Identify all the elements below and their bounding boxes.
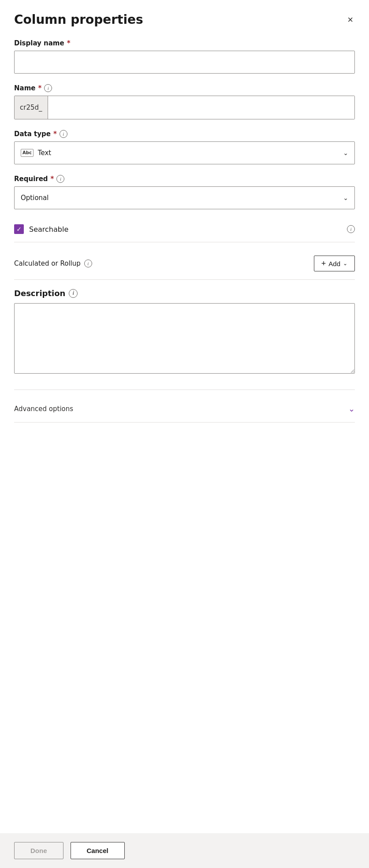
required-group: Required * i Optional ⌄ bbox=[14, 175, 355, 209]
searchable-label: Searchable bbox=[29, 225, 342, 234]
add-label: Add bbox=[328, 260, 340, 267]
name-info-icon[interactable]: i bbox=[44, 84, 52, 92]
panel-header: Column properties × bbox=[0, 0, 369, 36]
description-label: Description i bbox=[14, 289, 355, 298]
required-label: Required * i bbox=[14, 175, 355, 183]
divider-4 bbox=[14, 422, 355, 423]
display-name-required: * bbox=[67, 39, 71, 47]
required-value: Optional bbox=[21, 194, 48, 202]
data-type-value: Text bbox=[38, 149, 51, 157]
divider-2 bbox=[14, 279, 355, 280]
add-button[interactable]: + Add ⌄ bbox=[314, 256, 355, 271]
description-group: Description i bbox=[14, 289, 355, 375]
name-group: Name * i cr25d_ bbox=[14, 84, 355, 119]
name-label: Name * i bbox=[14, 84, 355, 92]
panel-title: Column properties bbox=[14, 12, 143, 27]
divider-3 bbox=[14, 389, 355, 390]
data-type-group: Data type * i Abc Text ⌄ bbox=[14, 130, 355, 164]
required-info-icon[interactable]: i bbox=[56, 175, 64, 183]
add-chevron-icon: ⌄ bbox=[343, 260, 347, 267]
data-type-info-icon[interactable]: i bbox=[60, 130, 67, 138]
advanced-chevron-icon: ⌄ bbox=[348, 404, 355, 413]
required-select-wrapper: Optional ⌄ bbox=[14, 186, 355, 209]
calc-rollup-label: Calculated or Rollup i bbox=[14, 260, 92, 267]
required-chevron-icon: ⌄ bbox=[343, 194, 348, 201]
column-properties-panel: Column properties × Display name * Name … bbox=[0, 0, 369, 868]
display-name-group: Display name * bbox=[14, 39, 355, 74]
name-input-wrapper: cr25d_ bbox=[14, 96, 355, 119]
checkbox-checkmark: ✓ bbox=[16, 226, 22, 232]
calc-rollup-row: Calculated or Rollup i + Add ⌄ bbox=[14, 251, 355, 276]
panel-footer: Done Cancel bbox=[0, 833, 369, 868]
name-required: * bbox=[38, 84, 41, 92]
required-select[interactable]: Optional ⌄ bbox=[14, 186, 355, 209]
add-plus-icon: + bbox=[321, 260, 326, 267]
data-type-required: * bbox=[53, 130, 57, 138]
divider-1 bbox=[14, 242, 355, 242]
panel-body: Display name * Name * i cr25d_ Data type… bbox=[0, 36, 369, 868]
done-button[interactable]: Done bbox=[14, 842, 63, 859]
calc-rollup-info-icon[interactable]: i bbox=[84, 260, 92, 267]
description-info-icon[interactable]: i bbox=[69, 289, 78, 298]
display-name-input[interactable] bbox=[14, 51, 355, 74]
advanced-options-label: Advanced options bbox=[14, 405, 73, 413]
data-type-select-wrapper: Abc Text ⌄ bbox=[14, 141, 355, 164]
advanced-options-row[interactable]: Advanced options ⌄ bbox=[14, 399, 355, 419]
close-button[interactable]: × bbox=[346, 13, 355, 26]
cancel-button[interactable]: Cancel bbox=[71, 842, 125, 859]
abc-icon: Abc bbox=[21, 149, 34, 157]
searchable-info-icon[interactable]: i bbox=[347, 225, 355, 233]
searchable-checkbox[interactable]: ✓ bbox=[14, 224, 24, 234]
data-type-select[interactable]: Abc Text ⌄ bbox=[14, 141, 355, 164]
display-name-label: Display name * bbox=[14, 39, 355, 47]
name-suffix-input[interactable] bbox=[48, 96, 354, 119]
data-type-label: Data type * i bbox=[14, 130, 355, 138]
required-star: * bbox=[51, 175, 54, 183]
data-type-chevron-icon: ⌄ bbox=[343, 149, 348, 156]
name-prefix: cr25d_ bbox=[15, 96, 48, 119]
description-textarea[interactable] bbox=[14, 303, 355, 374]
searchable-row: ✓ Searchable i bbox=[14, 220, 355, 238]
